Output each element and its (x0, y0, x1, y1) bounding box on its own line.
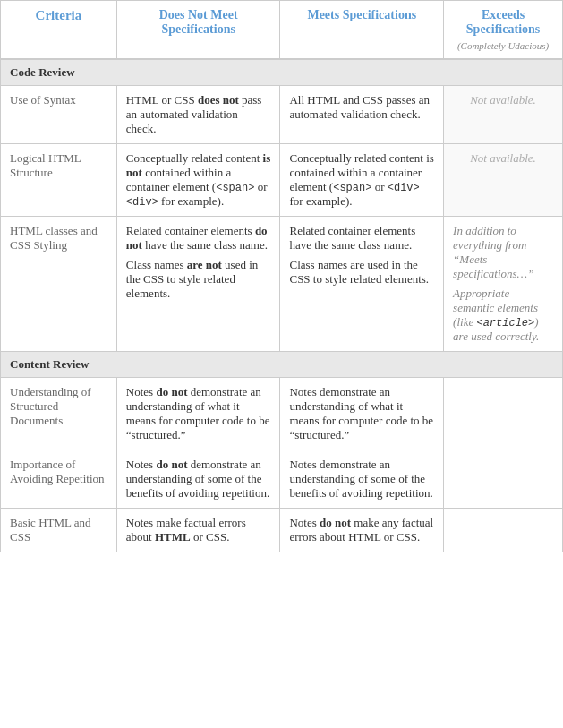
criteria-cell: Basic HTML and CSS (1, 509, 117, 552)
meets-cell: Conceptually related content is containe… (280, 144, 444, 217)
exceeds-cell: In addition to everything from “Meets sp… (444, 217, 563, 352)
header-exceeds: Exceeds Specifications (Completely Udaci… (444, 1, 563, 60)
table-row: Understanding of Structured DocumentsNot… (1, 378, 563, 450)
section-header-code-review: Code Review (1, 59, 563, 86)
meets-cell: Notes demonstrate an understanding of so… (280, 450, 444, 509)
section-header-content-review: Content Review (1, 352, 563, 378)
table-row: Use of SyntaxHTML or CSS does not pass a… (1, 86, 563, 144)
does-not-meet-cell: Notes do not demonstrate an understandin… (116, 450, 280, 509)
exceeds-cell: Not available. (444, 144, 563, 217)
exceeds-cell (444, 509, 563, 552)
exceeds-cell (444, 378, 563, 450)
criteria-cell: Logical HTML Structure (1, 144, 117, 217)
rubric-table: Criteria Does Not Meet Specifications Me… (0, 0, 563, 552)
table-row: Logical HTML StructureConceptually relat… (1, 144, 563, 217)
criteria-cell: Use of Syntax (1, 86, 117, 144)
criteria-cell: HTML classes and CSS Styling (1, 217, 117, 352)
does-not-meet-cell: HTML or CSS does not pass an automated v… (116, 86, 280, 144)
exceeds-cell (444, 450, 563, 509)
header-criteria: Criteria (1, 1, 117, 60)
does-not-meet-cell: Related container elements do not have t… (116, 217, 280, 352)
does-not-meet-cell: Conceptually related content is not cont… (116, 144, 280, 217)
header-meets: Meets Specifications (280, 1, 444, 60)
exceeds-cell: Not available. (444, 86, 563, 144)
meets-cell: Notes demonstrate an understanding of wh… (280, 378, 444, 450)
criteria-cell: Importance of Avoiding Repetition (1, 450, 117, 509)
does-not-meet-cell: Notes do not demonstrate an understandin… (116, 378, 280, 450)
header-does-not-meet: Does Not Meet Specifications (116, 1, 280, 60)
criteria-cell: Understanding of Structured Documents (1, 378, 117, 450)
table-row: Importance of Avoiding RepetitionNotes d… (1, 450, 563, 509)
meets-cell: All HTML and CSS passes an automated val… (280, 86, 444, 144)
meets-cell: Notes do not make any factual errors abo… (280, 509, 444, 552)
meets-cell: Related container elements have the same… (280, 217, 444, 352)
table-row: HTML classes and CSS StylingRelated cont… (1, 217, 563, 352)
does-not-meet-cell: Notes make factual errors about HTML or … (116, 509, 280, 552)
table-row: Basic HTML and CSSNotes make factual err… (1, 509, 563, 552)
